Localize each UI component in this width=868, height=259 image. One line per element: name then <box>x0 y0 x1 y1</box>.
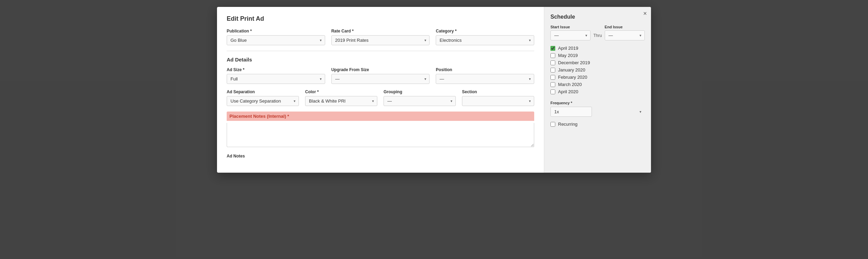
frequency-section: Frequency * 1x <box>550 100 645 117</box>
placement-notes-wrapper: Placement Notes (Internal) * <box>227 112 534 148</box>
frequency-select[interactable]: 1x <box>550 107 592 117</box>
rate-card-label: Rate Card * <box>331 29 430 33</box>
recurring-checkbox[interactable] <box>550 122 555 127</box>
position-select-wrapper: — <box>436 74 534 84</box>
ad-size-row: Ad Size * Full Upgrade From Size — <box>227 67 534 84</box>
start-issue-group: Start Issue — <box>550 25 591 40</box>
issue-label-4: February 2020 <box>558 75 587 80</box>
frequency-label: Frequency * <box>550 101 572 105</box>
schedule-title: Schedule <box>550 14 645 20</box>
upgrade-from-size-select[interactable]: — <box>331 74 430 84</box>
placement-notes-label: Placement Notes (Internal) * <box>227 112 534 121</box>
ad-separation-select-wrapper: Use Category Separation <box>227 96 299 106</box>
checklist-item: April 2019 <box>550 45 645 52</box>
color-label: Color * <box>305 89 377 94</box>
color-group: Color * Black & White PRI <box>305 89 377 106</box>
position-group: Position — <box>436 67 534 84</box>
category-select-wrapper: Electronics <box>436 35 534 45</box>
position-select[interactable]: — <box>436 74 534 84</box>
section-label: Section <box>462 89 534 94</box>
ad-separation-group: Ad Separation Use Category Separation <box>227 89 299 106</box>
position-label: Position <box>436 67 534 72</box>
divider-1 <box>227 51 534 51</box>
modal-overlay: Edit Print Ad × Publication * Go Blue Ra… <box>0 0 868 259</box>
publication-group: Publication * Go Blue <box>227 29 325 45</box>
issue-row: Start Issue — Thru End Issue — <box>550 25 645 40</box>
grouping-label: Grouping <box>384 89 456 94</box>
top-field-row: Publication * Go Blue Rate Card * 2019 P… <box>227 29 534 45</box>
end-issue-label: End Issue <box>605 25 645 29</box>
category-label: Category * <box>436 29 534 33</box>
checklist-item: December 2019 <box>550 59 645 66</box>
grouping-select[interactable]: — <box>384 96 456 106</box>
ad-size-select-wrapper: Full <box>227 74 325 84</box>
start-issue-label: Start Issue <box>550 25 591 29</box>
issue-label-0: April 2019 <box>558 46 578 51</box>
thru-label: Thru <box>593 28 602 38</box>
issue-label-1: May 2019 <box>558 53 578 58</box>
issue-checkbox-0[interactable] <box>550 46 555 51</box>
issue-checkbox-1[interactable] <box>550 53 555 58</box>
issue-checkbox-2[interactable] <box>550 60 555 65</box>
color-row: Ad Separation Use Category Separation Co… <box>227 89 534 106</box>
issues-checklist: April 2019May 2019December 2019January 2… <box>550 45 645 95</box>
recurring-row: Recurring <box>550 122 645 127</box>
issue-label-6: April 2020 <box>558 89 578 94</box>
ad-size-label: Ad Size * <box>227 67 325 72</box>
issue-checkbox-4[interactable] <box>550 75 555 80</box>
ad-size-select[interactable]: Full <box>227 74 325 84</box>
placement-notes-input[interactable] <box>227 123 534 147</box>
section-select[interactable] <box>462 96 534 106</box>
issue-label-2: December 2019 <box>558 60 590 65</box>
issue-label-3: January 2020 <box>558 67 585 73</box>
color-select-wrapper: Black & White PRI <box>305 96 377 106</box>
grouping-group: Grouping — <box>384 89 456 106</box>
start-issue-select[interactable]: — <box>550 30 591 40</box>
grouping-select-wrapper: — <box>384 96 456 106</box>
section-select-wrapper <box>462 96 534 106</box>
publication-select-wrapper: Go Blue <box>227 35 325 45</box>
ad-details-title: Ad Details <box>227 57 534 63</box>
ad-size-group: Ad Size * Full <box>227 67 325 84</box>
modal-container: Edit Print Ad × Publication * Go Blue Ra… <box>217 7 651 173</box>
publication-label: Publication * <box>227 29 325 33</box>
checklist-item: May 2019 <box>550 52 645 59</box>
frequency-select-wrapper: 1x <box>550 107 645 117</box>
schedule-sidebar: Schedule Start Issue — Thru End Issue <box>544 7 651 173</box>
upgrade-from-size-label: Upgrade From Size <box>331 67 430 72</box>
category-select[interactable]: Electronics <box>436 35 534 45</box>
section-group: Section <box>462 89 534 106</box>
end-issue-select[interactable]: — <box>605 30 645 40</box>
checklist-item: January 2020 <box>550 66 645 74</box>
color-select[interactable]: Black & White PRI <box>305 96 377 106</box>
issue-checkbox-6[interactable] <box>550 89 555 94</box>
issue-checkbox-5[interactable] <box>550 82 555 87</box>
modal-main: Edit Print Ad × Publication * Go Blue Ra… <box>217 7 544 173</box>
modal-title: Edit Print Ad <box>227 15 534 22</box>
end-issue-group: End Issue — <box>605 25 645 40</box>
checklist-item: March 2020 <box>550 81 645 88</box>
rate-card-select-wrapper: 2019 Print Rates <box>331 35 430 45</box>
publication-select[interactable]: Go Blue <box>227 35 325 45</box>
category-group: Category * Electronics <box>436 29 534 45</box>
issue-label-5: March 2020 <box>558 82 582 87</box>
start-issue-select-wrapper: — <box>550 30 591 40</box>
upgrade-from-size-select-wrapper: — <box>331 74 430 84</box>
rate-card-group: Rate Card * 2019 Print Rates <box>331 29 430 45</box>
issue-checkbox-3[interactable] <box>550 68 555 73</box>
upgrade-from-size-group: Upgrade From Size — <box>331 67 430 84</box>
checklist-item: April 2020 <box>550 88 645 95</box>
ad-separation-select[interactable]: Use Category Separation <box>227 96 299 106</box>
ad-notes-label: Ad Notes <box>227 154 534 159</box>
end-issue-select-wrapper: — <box>605 30 645 40</box>
ad-separation-label: Ad Separation <box>227 89 299 94</box>
rate-card-select[interactable]: 2019 Print Rates <box>331 35 430 45</box>
checklist-item: February 2020 <box>550 74 645 81</box>
recurring-label: Recurring <box>558 122 577 127</box>
